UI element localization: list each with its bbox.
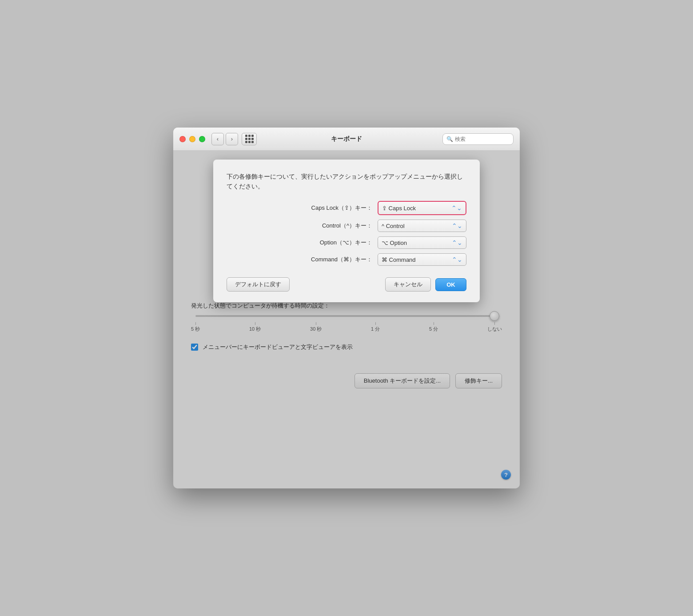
window-title: キーボード <box>331 135 362 143</box>
cancel-button[interactable]: キャンセル <box>385 277 431 292</box>
close-button[interactable] <box>179 136 186 142</box>
traffic-lights <box>179 136 205 142</box>
control-arrow-icon: ⌃⌄ <box>452 222 462 229</box>
dialog-overlay: 下の各修飾キーについて、実行したいアクションをポップアップメニューから選択してく… <box>173 151 520 488</box>
control-label: Control（^）キー： <box>283 222 372 230</box>
maximize-button[interactable] <box>199 136 205 142</box>
dialog-description: 下の各修飾キーについて、実行したいアクションをポップアップメニューから選択してく… <box>227 172 466 191</box>
minimize-button[interactable] <box>189 136 195 142</box>
nav-buttons: ‹ › <box>211 133 238 145</box>
option-label: Option（⌥）キー： <box>283 239 372 247</box>
option-value: ⌥ Option <box>382 240 407 246</box>
command-row: Command（⌘）キー： ⌘ Command ⌃⌄ <box>227 253 466 266</box>
control-value: ^ Control <box>382 223 405 229</box>
control-row: Control（^）キー： ^ Control ⌃⌄ <box>227 220 466 232</box>
modifier-rows: Caps Lock（⇪）キー： ⇪ Caps Lock ⌃⌄ Control（^… <box>227 201 466 266</box>
grid-icon <box>245 135 254 143</box>
search-icon: 🔍 <box>446 136 453 142</box>
ok-button[interactable]: OK <box>435 278 466 291</box>
dialog-buttons: デフォルトに戻す キャンセル OK <box>227 277 466 292</box>
command-value: ⌘ Command <box>382 256 416 263</box>
control-select[interactable]: ^ Control ⌃⌄ <box>378 220 466 232</box>
command-select[interactable]: ⌘ Command ⌃⌄ <box>378 253 466 266</box>
dialog-left-buttons: デフォルトに戻す <box>227 277 290 292</box>
caps-lock-label: Caps Lock（⇪）キー： <box>283 204 372 212</box>
modifier-keys-dialog: 下の各修飾キーについて、実行したいアクションをポップアップメニューから選択してく… <box>213 160 480 302</box>
caps-lock-value: ⇪ Caps Lock <box>382 205 416 212</box>
caps-lock-row: Caps Lock（⇪）キー： ⇪ Caps Lock ⌃⌄ <box>227 201 466 215</box>
option-row: Option（⌥）キー： ⌥ Option ⌃⌄ <box>227 236 466 249</box>
grid-view-button[interactable] <box>242 133 257 145</box>
titlebar: ‹ › キーボード 🔍 ✕ <box>173 128 520 151</box>
forward-button[interactable]: › <box>226 133 238 145</box>
reset-defaults-button[interactable]: デフォルトに戻す <box>227 277 290 292</box>
caps-lock-select[interactable]: ⇪ Caps Lock ⌃⌄ <box>378 201 466 215</box>
main-content: 下の各修飾キーについて、実行したいアクションをポップアップメニューから選択してく… <box>173 151 520 488</box>
keyboard-preferences-window: ‹ › キーボード 🔍 ✕ 下の各修飾キーについて、実行したいアクションをポップ… <box>173 128 520 488</box>
back-button[interactable]: ‹ <box>211 133 224 145</box>
search-input[interactable] <box>455 136 520 142</box>
option-select[interactable]: ⌥ Option ⌃⌄ <box>378 236 466 249</box>
command-arrow-icon: ⌃⌄ <box>452 256 462 263</box>
option-arrow-icon: ⌃⌄ <box>452 239 462 246</box>
command-label: Command（⌘）キー： <box>283 256 372 264</box>
caps-lock-arrow-icon: ⌃⌄ <box>451 204 462 212</box>
search-box[interactable]: 🔍 ✕ <box>442 133 514 145</box>
